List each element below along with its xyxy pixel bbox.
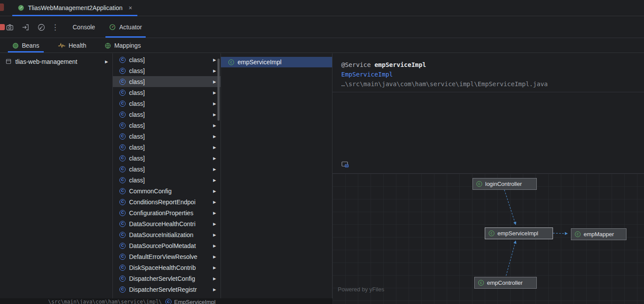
graph-node-label: empController <box>487 280 523 286</box>
selected-bean-label: empServiceImpl <box>238 59 281 66</box>
class-icon: C <box>119 287 126 293</box>
bean-list-item[interactable]: Cclass]▶ <box>113 153 220 164</box>
expand-arrow-icon[interactable]: ▶ <box>213 233 216 237</box>
bean-list-item[interactable]: Cclass]▶ <box>113 142 220 153</box>
clipped-class-fragment: EmpServiceImpl <box>174 299 216 304</box>
bean-name-text: empServiceImpl <box>374 61 426 68</box>
bean-path-line: …\src\main\java\com\ham\service\impl\Emp… <box>341 79 644 89</box>
class-icon: C <box>119 101 126 107</box>
run-tab-tliaswebmanagement2application[interactable]: TliasWebManagement2Application × <box>12 0 137 16</box>
expand-arrow-icon[interactable]: ▶ <box>213 123 216 128</box>
bean-list-item[interactable]: Cclass]▶ <box>113 131 220 142</box>
bean-list-item[interactable]: Cclass]▶ <box>113 120 220 131</box>
details-separator <box>332 92 644 92</box>
bean-list-item-label: DispatcherServletRegistr <box>129 286 197 293</box>
tree-item-label: tlias-web-management <box>15 58 77 65</box>
bean-list-item[interactable]: CDataSourceHealthContri▶ <box>113 218 220 229</box>
expand-arrow-icon[interactable]: ▶ <box>213 266 216 270</box>
expand-arrow-icon[interactable]: ▶ <box>213 287 216 292</box>
bean-list-item[interactable]: CDiskSpaceHealthContrib▶ <box>113 262 220 273</box>
expand-arrow-icon[interactable]: ▶ <box>213 112 216 117</box>
spring-bean-class-icon: c <box>228 59 234 65</box>
tab-mappings[interactable]: Mappings <box>98 38 147 52</box>
expand-arrow-icon[interactable]: ▶ <box>213 200 216 204</box>
stop-icon-fragment[interactable] <box>0 24 5 30</box>
source-path-text: …\src\main\java\com\ham\service\impl\Emp… <box>341 80 548 87</box>
graph-node-label: empMapper <box>584 231 614 238</box>
tab-beans[interactable]: Beans <box>6 38 46 52</box>
expand-arrow-icon[interactable]: ▶ <box>213 156 216 161</box>
bean-dependency-graph[interactable]: c loginController c empServiceImpl c emp… <box>332 173 644 304</box>
tab-health[interactable]: Health <box>52 38 92 52</box>
actuator-icon <box>109 24 116 31</box>
active-subtab-underline <box>8 51 44 52</box>
expand-arrow-icon[interactable]: ▶ <box>213 91 216 95</box>
expand-arrow-icon[interactable]: ▶ <box>213 167 216 171</box>
bean-list-item[interactable]: CDispatcherServletRegistr▶ <box>113 284 220 295</box>
class-icon: C <box>119 133 126 140</box>
bean-list-item[interactable]: Cclass]▶ <box>113 175 220 185</box>
bean-list-item-label: class] <box>129 56 145 63</box>
class-icon: C <box>119 79 126 85</box>
bean-list-item[interactable]: CDataSourceInitialization▶ <box>113 229 220 240</box>
bean-list-item[interactable]: CConfigurationProperties▶ <box>113 207 220 218</box>
graph-node-empmapper[interactable]: c empMapper <box>571 228 626 240</box>
expand-arrow-icon[interactable]: ▶ <box>213 178 216 182</box>
beans-list-panel: Cclass]▶ Cclass]▶ Cclass]▶ Cclass]▶ Ccla… <box>113 53 221 304</box>
graph-node-empserviceimpl[interactable]: c empServiceImpl <box>485 227 553 239</box>
attach-debugger-icon[interactable] <box>19 21 32 33</box>
bean-list-item[interactable]: Cclass]▶ <box>113 87 220 98</box>
class-icon: C <box>165 299 172 304</box>
expand-arrow-icon[interactable]: ▶ <box>213 222 216 226</box>
expand-arrow-icon[interactable]: ▶ <box>213 211 216 215</box>
bean-list-item[interactable]: CDataSourcePoolMetadat▶ <box>113 240 220 251</box>
class-icon: C <box>119 232 126 238</box>
actuator-tab-label: Actuator <box>119 24 142 31</box>
tab-actuator[interactable]: Actuator <box>102 17 149 38</box>
documentation-card-icon[interactable] <box>341 161 349 168</box>
tab-console[interactable]: Console <box>66 17 102 38</box>
expand-arrow-icon[interactable]: ▶ <box>213 255 216 259</box>
bean-list-item[interactable]: CCommonConfig▶ <box>113 185 220 196</box>
graph-node-empcontroller[interactable]: c empController <box>474 277 537 289</box>
bean-list-item[interactable]: CDefaultErrorViewResolve▶ <box>113 251 220 262</box>
bean-list-item[interactable]: CDispatcherServletConfig▶ <box>113 273 220 284</box>
class-link[interactable]: EmpServiceImpl <box>341 71 393 78</box>
expand-arrow-icon[interactable]: ▶ <box>213 276 216 281</box>
expand-arrow-icon[interactable]: ▶ <box>213 244 216 248</box>
expand-arrow-icon[interactable]: ▶ <box>213 58 216 62</box>
class-icon: C <box>119 243 126 249</box>
bean-list-item[interactable]: Cclass]▶ <box>113 164 220 175</box>
thread-dump-camera-icon[interactable] <box>4 21 16 33</box>
bean-list-item[interactable]: CConditionsReportEndpoi▶ <box>113 196 220 207</box>
class-icon: C <box>119 90 126 96</box>
more-options-icon[interactable]: ⋮ <box>51 23 60 32</box>
bean-list-item[interactable]: Cclass]▶ <box>113 109 220 120</box>
class-icon: C <box>119 177 126 183</box>
expand-arrow-icon[interactable]: ▶ <box>213 80 216 84</box>
bean-list-item[interactable]: Cclass]▶ <box>113 98 220 109</box>
active-tab-underline <box>12 15 137 16</box>
selected-bean-row[interactable]: c empServiceImpl <box>221 57 332 67</box>
tree-item-tlias-web-management[interactable]: tlias-web-management ▶ <box>0 56 112 67</box>
bean-list-item[interactable]: Cclass]▶ <box>113 65 220 76</box>
module-icon <box>5 58 12 65</box>
vertical-scrollbar[interactable] <box>217 59 220 121</box>
expand-arrow-icon[interactable]: ▶ <box>213 69 216 73</box>
class-icon: C <box>119 276 126 282</box>
spring-bean-class-icon: c <box>478 280 484 286</box>
bean-list-item-selected[interactable]: Cclass]▶ <box>113 76 220 87</box>
expand-arrow-icon[interactable]: ▶ <box>213 101 216 106</box>
expand-arrow-icon[interactable]: ▶ <box>213 134 216 139</box>
expand-arrow-icon[interactable]: ▶ <box>213 189 216 193</box>
expand-arrow-icon[interactable]: ▶ <box>105 59 108 64</box>
edit-configuration-icon[interactable] <box>35 21 47 33</box>
bean-list-item[interactable]: Cclass]▶ <box>113 54 220 65</box>
close-icon[interactable]: × <box>129 4 132 11</box>
bean-list-item-label: class] <box>129 144 145 151</box>
graph-node-logincontroller[interactable]: c loginController <box>472 178 537 190</box>
run-tab-label: TliasWebManagement2Application <box>28 4 122 11</box>
expand-arrow-icon[interactable]: ▶ <box>213 145 216 150</box>
actuator-subtabs: Beans Health Mappings <box>0 38 644 53</box>
beans-tab-label: Beans <box>22 42 39 49</box>
